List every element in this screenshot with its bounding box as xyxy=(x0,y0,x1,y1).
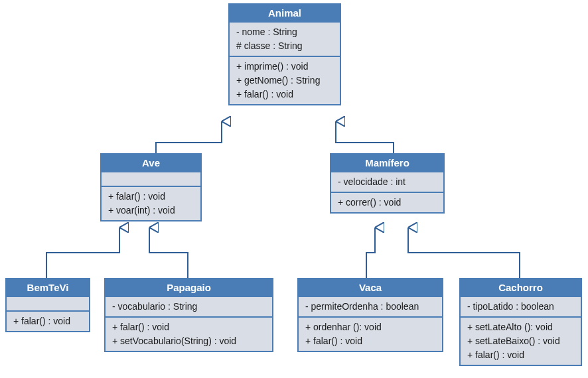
attr: - tipoLatido : boolean xyxy=(467,300,574,314)
attr: - velocidade : int xyxy=(338,175,437,189)
class-attrs-cachorro: - tipoLatido : boolean xyxy=(461,296,581,316)
op: + setVocabulario(String) : void xyxy=(112,334,265,348)
op: + falar() : void xyxy=(236,88,333,101)
class-ops-bemtevi: + falar() : void xyxy=(7,310,89,331)
class-title-bemtevi: BemTeVi xyxy=(7,279,89,296)
class-title-ave: Ave xyxy=(102,155,200,171)
attr: - nome : String xyxy=(236,25,333,39)
op: + voar(int) : void xyxy=(108,204,194,218)
class-ops-papagaio: + falar() : void + setVocabulario(String… xyxy=(106,316,272,351)
op: + imprime() : void xyxy=(236,60,333,74)
op: + falar() : void xyxy=(112,320,265,334)
class-cachorro: Cachorro - tipoLatido : boolean + setLat… xyxy=(459,278,582,366)
class-papagaio: Papagaio - vocabulario : String + falar(… xyxy=(104,278,273,352)
class-attrs-mamifero: - velocidade : int xyxy=(331,171,443,192)
class-attrs-animal: - nome : String # classe : String xyxy=(230,21,340,56)
class-title-mamifero: Mamífero xyxy=(331,155,443,171)
class-attrs-ave xyxy=(102,171,200,186)
attr: - vocabulario : String xyxy=(112,300,265,314)
class-title-papagaio: Papagaio xyxy=(106,279,272,296)
class-ops-vaca: + ordenhar (): void + falar() : void xyxy=(299,316,442,351)
class-bemtevi: BemTeVi + falar() : void xyxy=(5,278,90,332)
op: + setLateAlto (): void xyxy=(467,320,574,334)
op: + falar() : void xyxy=(467,348,574,362)
class-attrs-vaca: - permiteOrdenha : boolean xyxy=(299,296,442,316)
class-ave: Ave + falar() : void + voar(int) : void xyxy=(100,153,202,221)
class-title-cachorro: Cachorro xyxy=(461,279,581,296)
attr: # classe : String xyxy=(236,39,333,53)
class-attrs-papagaio: - vocabulario : String xyxy=(106,296,272,316)
attr: - permiteOrdenha : boolean xyxy=(305,300,435,314)
class-ops-cachorro: + setLateAlto (): void + setLateBaixo() … xyxy=(461,316,581,365)
class-animal: Animal - nome : String # classe : String… xyxy=(228,3,341,105)
class-ops-animal: + imprime() : void + getNome() : String … xyxy=(230,56,340,104)
op: + falar() : void xyxy=(305,334,435,348)
class-attrs-bemtevi xyxy=(7,296,89,310)
class-title-vaca: Vaca xyxy=(299,279,442,296)
class-ops-ave: + falar() : void + voar(int) : void xyxy=(102,186,200,220)
op: + correr() : void xyxy=(338,196,437,210)
class-ops-mamifero: + correr() : void xyxy=(331,192,443,212)
op: + setLateBaixo() : void xyxy=(467,334,574,348)
class-title-animal: Animal xyxy=(230,5,340,21)
op: + getNome() : String xyxy=(236,74,333,88)
op: + falar() : void xyxy=(13,314,82,328)
class-mamifero: Mamífero - velocidade : int + correr() :… xyxy=(330,153,445,214)
class-vaca: Vaca - permiteOrdenha : boolean + ordenh… xyxy=(297,278,443,352)
op: + ordenhar (): void xyxy=(305,320,435,334)
op: + falar() : void xyxy=(108,190,194,204)
